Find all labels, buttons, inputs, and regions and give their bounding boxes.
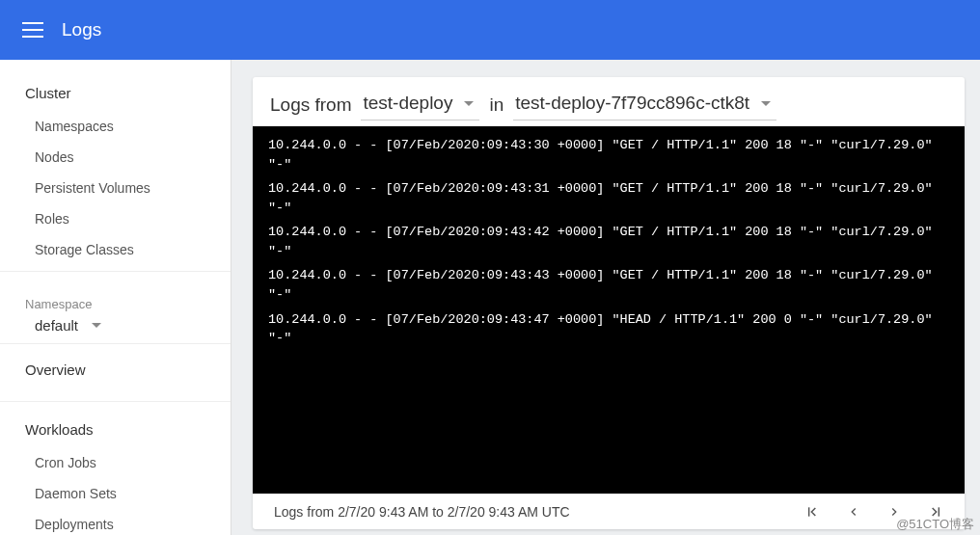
sidebar-item-deployments[interactable]: Deployments bbox=[0, 509, 231, 535]
log-source-select[interactable]: test-deploy bbox=[361, 89, 479, 120]
hamburger-icon[interactable] bbox=[21, 18, 44, 41]
section-workloads[interactable]: Workloads bbox=[0, 415, 231, 447]
chevron-down-icon bbox=[761, 101, 771, 106]
log-line: 10.244.0.0 - - [07/Feb/2020:09:43:42 +00… bbox=[268, 223, 949, 260]
namespace-select[interactable]: default bbox=[0, 313, 231, 344]
sidebar-item-storage-classes[interactable]: Storage Classes bbox=[0, 234, 231, 265]
prev-page-icon[interactable] bbox=[847, 505, 860, 519]
sidebar-item-roles[interactable]: Roles bbox=[0, 203, 231, 234]
chevron-down-icon bbox=[92, 323, 101, 328]
namespace-value: default bbox=[35, 317, 78, 334]
sidebar-item-namespaces[interactable]: Namespaces bbox=[0, 111, 231, 142]
main-content: Logs from test-deploy in test-deploy-7f7… bbox=[231, 60, 980, 535]
divider bbox=[0, 271, 231, 272]
app-body: Cluster Namespaces Nodes Persistent Volu… bbox=[0, 60, 980, 535]
log-source-value: test-deploy bbox=[363, 93, 452, 114]
sidebar-item-cron-jobs[interactable]: Cron Jobs bbox=[0, 447, 231, 478]
log-line: 10.244.0.0 - - [07/Feb/2020:09:43:31 +00… bbox=[268, 179, 949, 217]
namespace-label: Namespace bbox=[0, 285, 231, 313]
app-header: Logs bbox=[0, 0, 980, 60]
log-line: 10.244.0.0 - - [07/Feb/2020:09:43:30 +00… bbox=[268, 136, 949, 174]
log-output[interactable]: 10.244.0.0 - - [07/Feb/2020:09:43:30 +00… bbox=[253, 126, 965, 494]
sidebar-item-persistent-volumes[interactable]: Persistent Volumes bbox=[0, 173, 231, 203]
log-pod-select[interactable]: test-deploy-7f79cc896c-ctk8t bbox=[513, 89, 776, 120]
first-page-icon[interactable] bbox=[804, 504, 820, 520]
sidebar-item-daemon-sets[interactable]: Daemon Sets bbox=[0, 478, 231, 509]
logs-card: Logs from test-deploy in test-deploy-7f7… bbox=[253, 77, 965, 529]
section-overview[interactable]: Overview bbox=[0, 356, 231, 388]
section-cluster[interactable]: Cluster bbox=[0, 79, 231, 111]
log-line: 10.244.0.0 - - [07/Feb/2020:09:43:47 +00… bbox=[268, 310, 949, 348]
divider bbox=[0, 401, 231, 402]
chevron-down-icon bbox=[464, 101, 474, 106]
logs-from-label: Logs from bbox=[270, 94, 351, 116]
logs-range-text: Logs from 2/7/20 9:43 AM to 2/7/20 9:43 … bbox=[274, 504, 570, 520]
page-title: Logs bbox=[62, 19, 101, 40]
log-pod-value: test-deploy-7f79cc896c-ctk8t bbox=[515, 93, 749, 114]
logs-card-footer: Logs from 2/7/20 9:43 AM to 2/7/20 9:43 … bbox=[253, 494, 965, 529]
sidebar: Cluster Namespaces Nodes Persistent Volu… bbox=[0, 60, 231, 535]
logs-card-header: Logs from test-deploy in test-deploy-7f7… bbox=[253, 77, 965, 126]
sidebar-item-nodes[interactable]: Nodes bbox=[0, 142, 231, 173]
log-line: 10.244.0.0 - - [07/Feb/2020:09:43:43 +00… bbox=[268, 266, 949, 304]
logs-in-label: in bbox=[489, 94, 504, 116]
watermark: @51CTO博客 bbox=[896, 516, 974, 533]
